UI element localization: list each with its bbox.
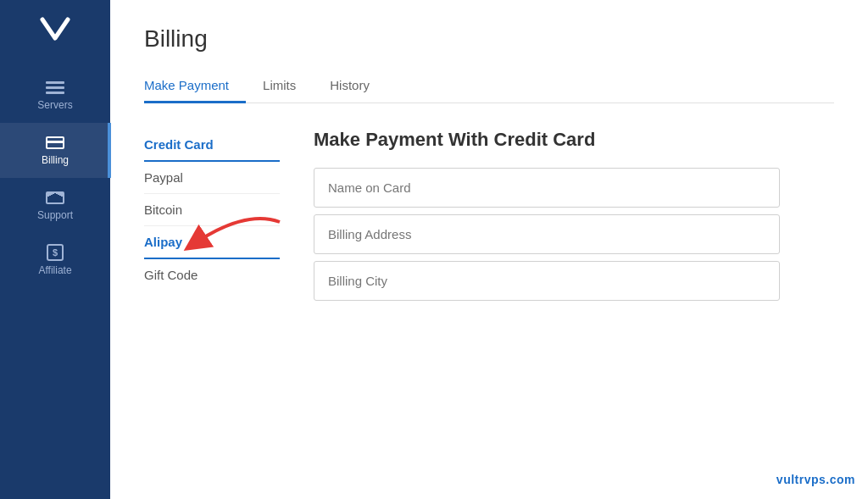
sidebar-label-support: Support <box>37 209 73 221</box>
billing-city-input[interactable] <box>314 261 780 301</box>
sidebar: Servers Billing Support $ Affiliate <box>0 0 110 499</box>
payment-form: Make Payment With Credit Card <box>314 129 834 308</box>
sidebar-label-billing: Billing <box>42 154 69 166</box>
tab-make-payment[interactable]: Make Payment <box>144 69 246 103</box>
payment-method-alipay-container: Alipay <box>144 226 280 259</box>
tabs-nav: Make Payment Limits History <box>144 69 834 103</box>
payment-method-bitcoin[interactable]: Bitcoin <box>144 194 280 226</box>
name-on-card-input[interactable] <box>314 168 780 208</box>
sidebar-item-billing[interactable]: Billing <box>0 123 110 178</box>
payment-method-gift-code[interactable]: Gift Code <box>144 259 280 291</box>
sidebar-item-servers[interactable]: Servers <box>0 68 110 123</box>
sidebar-item-affiliate[interactable]: $ Affiliate <box>0 233 110 288</box>
content-area: Credit Card Paypal Bitcoin Alipay Gift C… <box>144 129 834 308</box>
payment-method-alipay[interactable]: Alipay <box>144 226 280 259</box>
servers-icon <box>45 80 65 95</box>
sidebar-item-support[interactable]: Support <box>0 178 110 233</box>
sidebar-label-servers: Servers <box>37 99 72 111</box>
tab-limits[interactable]: Limits <box>246 69 313 103</box>
payment-method-paypal[interactable]: Paypal <box>144 162 280 194</box>
payment-method-credit-card[interactable]: Credit Card <box>144 129 280 162</box>
main-content: Billing Make Payment Limits History Cred… <box>110 0 868 499</box>
support-icon <box>45 190 65 205</box>
page-title: Billing <box>144 25 834 53</box>
watermark: vultrvps.com <box>776 473 855 486</box>
billing-icon <box>45 135 65 150</box>
affiliate-icon: $ <box>45 245 65 260</box>
sidebar-label-affiliate: Affiliate <box>38 264 71 276</box>
payment-methods-list: Credit Card Paypal Bitcoin Alipay Gift C… <box>144 129 280 308</box>
billing-address-input[interactable] <box>314 214 780 254</box>
tab-history[interactable]: History <box>313 69 387 103</box>
payment-form-title: Make Payment With Credit Card <box>314 129 834 151</box>
app-logo[interactable] <box>34 8 76 51</box>
